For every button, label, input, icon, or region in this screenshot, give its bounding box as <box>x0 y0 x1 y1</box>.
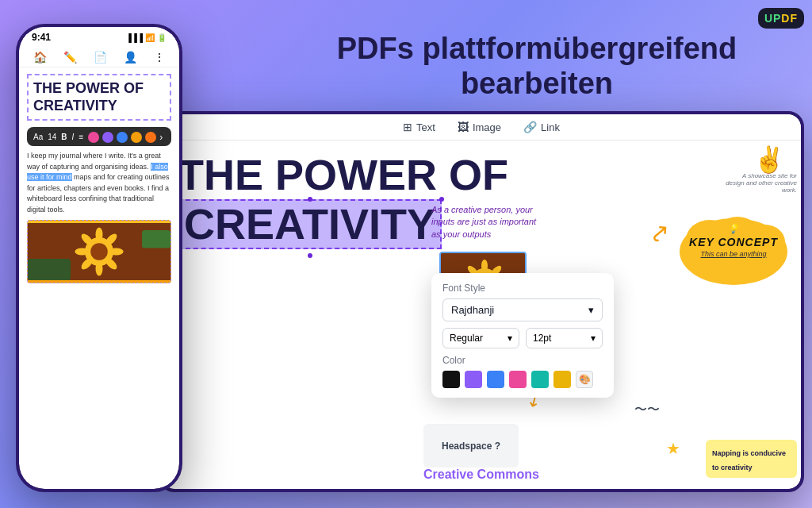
selection-dot-tm <box>308 197 312 202</box>
main-heading: PDFs plattformübergreifend bearbeiten <box>270 32 804 101</box>
sunflower-svg <box>28 221 170 283</box>
tablet-screen: ⊞ Text 🖼 Image 🔗 Link THE POWER OF CREAT… <box>162 114 801 489</box>
pen-icon[interactable]: ✏️ <box>63 51 77 64</box>
phone-status-bar: 9:41 ▐▐▐ 📶 🔋 <box>19 27 179 48</box>
chevron-down-icon-size: ▾ <box>591 333 596 344</box>
toolbar-image[interactable]: 🖼 Image <box>458 121 501 133</box>
svg-rect-11 <box>142 230 170 248</box>
color-dot-purple[interactable] <box>102 132 113 143</box>
hand-emoji: ✌️ <box>753 144 785 175</box>
selection-dot-tr <box>439 197 444 202</box>
chevron-down-icon-weight: ▾ <box>508 333 512 344</box>
toolbar-link[interactable]: 🔗 Link <box>523 121 560 133</box>
svg-rect-12 <box>28 259 71 280</box>
phone-content: THE POWER OF CREATIVITY Aa 14 B I ≡ › <box>19 67 179 290</box>
svg-point-7 <box>96 262 103 276</box>
key-concept-cloud: 💡 KEY CONCEPT This can be anything <box>674 204 793 291</box>
image-icon: 🖼 <box>458 121 469 133</box>
color-dot-pink[interactable] <box>88 132 99 143</box>
phone-color-dots: › <box>88 132 163 143</box>
curved-arrow-doodle: ↩ <box>644 217 677 251</box>
color-picker-button[interactable]: 🎨 <box>576 371 593 388</box>
squiggle-doodle: 〜〜 <box>634 402 660 418</box>
tablet-right-area: ✌️ A showcase site for design and other … <box>626 140 801 482</box>
showcase-text: A showcase site for design and other cre… <box>726 172 797 194</box>
creative-commons: Creative Commons <box>423 468 539 482</box>
color-swatch-teal[interactable] <box>531 371 549 388</box>
color-dot-blue[interactable] <box>117 132 128 143</box>
signal-icon: ▐▐▐ <box>126 33 143 42</box>
svg-point-5 <box>109 248 124 256</box>
svg-point-3 <box>96 228 103 242</box>
svg-point-9 <box>75 248 89 256</box>
color-dot-orange[interactable] <box>145 132 156 143</box>
napping-box: Napping is conducive to creativity <box>706 440 797 478</box>
font-weight-row: Regular ▾ 12pt ▾ <box>442 328 603 348</box>
tablet-content: THE POWER OF CREATIVITY ▲ As a creative … <box>162 140 801 482</box>
phone-title-box: THE POWER OF CREATIVITY <box>27 74 171 121</box>
phone-image <box>27 220 171 283</box>
selection-dot-bm <box>308 253 312 258</box>
phone-status-icons: ▐▐▐ 📶 🔋 <box>126 33 167 42</box>
battery-icon: 🔋 <box>157 33 167 42</box>
menu-icon[interactable]: ⋮ <box>154 51 165 64</box>
pages-icon[interactable]: 📄 <box>94 51 107 64</box>
toolbar-text[interactable]: ⊞ Text <box>403 121 435 133</box>
tablet-title-line2: CREATIVITY <box>178 199 442 249</box>
svg-point-2 <box>90 243 108 260</box>
text-icon: ⊞ <box>403 121 412 133</box>
color-dot-yellow[interactable] <box>131 132 142 143</box>
chevron-down-icon: ▾ <box>588 304 594 316</box>
key-concept-text: 💡 KEY CONCEPT This can be anything <box>682 224 785 258</box>
home-icon[interactable]: 🏠 <box>33 51 47 64</box>
font-style-label: Font Style <box>442 283 603 294</box>
color-swatches: 🎨 <box>442 371 603 388</box>
arrow-right: › <box>159 132 163 143</box>
tablet-mockup: ⊞ Text 🖼 Image 🔗 Link THE POWER OF CREAT… <box>159 111 804 492</box>
logo-text: UPDF <box>764 12 798 25</box>
font-weight-select[interactable]: Regular ▾ <box>442 328 519 348</box>
color-swatch-pink[interactable] <box>509 371 527 388</box>
color-swatch-purple[interactable] <box>465 371 482 388</box>
user-icon[interactable]: 👤 <box>124 51 137 64</box>
phone-title: THE POWER OF CREATIVITY <box>33 80 165 114</box>
svg-point-16 <box>481 260 488 272</box>
wifi-icon: 📶 <box>145 33 155 42</box>
color-swatch-black[interactable] <box>442 371 460 388</box>
color-swatch-yellow[interactable] <box>553 371 571 388</box>
headspace-box: Headspace ? <box>423 424 519 468</box>
font-name-select[interactable]: Rajdhanji ▾ <box>442 298 603 321</box>
phone-toolbar[interactable]: 🏠 ✏️ 📄 👤 ⋮ <box>19 48 179 67</box>
italic-caption: As a creative person, your inputs are ju… <box>431 204 542 241</box>
font-panel: Font Style Rajdhanji ▾ Regular ▾ 12pt ▾ … <box>431 273 614 398</box>
font-size-select[interactable]: 12pt ▾ <box>526 328 603 348</box>
phone-mockup: 9:41 ▐▐▐ 📶 🔋 🏠 ✏️ 📄 👤 ⋮ THE POWER OF CRE… <box>16 24 182 492</box>
tablet-toolbar: ⊞ Text 🖼 Image 🔗 Link <box>162 114 801 140</box>
phone-format-bar[interactable]: Aa 14 B I ≡ › <box>27 127 171 146</box>
phone-time: 9:41 <box>32 32 51 43</box>
color-label: Color <box>442 355 603 366</box>
star-doodle: ★ <box>666 439 680 458</box>
tablet-title-line1: THE POWER OF <box>178 153 611 196</box>
logo-badge: UPDF <box>758 8 804 29</box>
phone-body-text: I keep my journal where I write. It's a … <box>27 151 171 215</box>
color-swatch-blue[interactable] <box>487 371 504 388</box>
phone-screen: 9:41 ▐▐▐ 📶 🔋 🏠 ✏️ 📄 👤 ⋮ THE POWER OF CRE… <box>19 27 179 489</box>
heading-title: PDFs plattformübergreifend bearbeiten <box>270 32 804 101</box>
link-icon: 🔗 <box>523 121 537 133</box>
